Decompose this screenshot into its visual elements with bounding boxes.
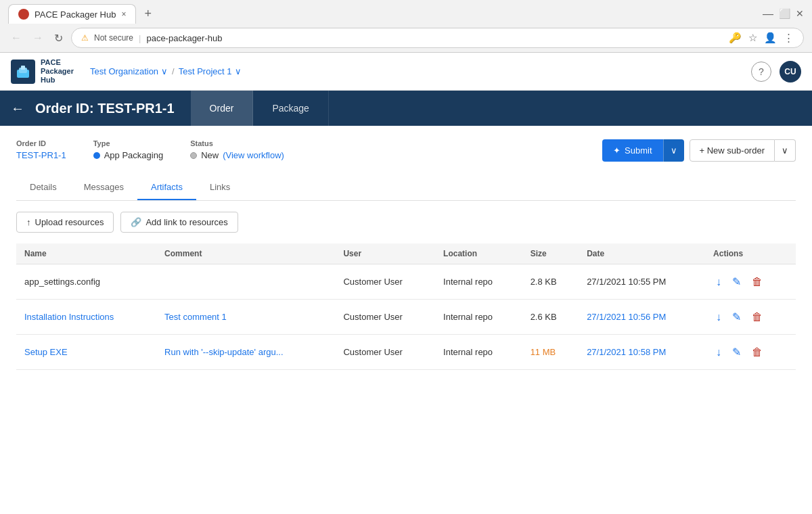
size-0: 2.8 KB (531, 277, 557, 287)
tab-package-label: Package (272, 103, 309, 114)
status-label: Status (190, 139, 284, 147)
breadcrumb-org[interactable]: Test Organization ∨ (90, 66, 168, 76)
org-chevron-icon: ∨ (161, 66, 168, 76)
new-tab-button[interactable]: + (139, 4, 157, 24)
tab-links-label: Links (210, 182, 230, 192)
cell-actions: ↓ ✎ 🗑 (705, 264, 796, 300)
cell-user: Customer User (335, 300, 435, 335)
browser-tab[interactable]: PACE Packager Hub × (8, 4, 136, 24)
tab-details-label: Details (30, 182, 57, 192)
table-header-row: Name Comment User Location Size Date Act… (16, 243, 796, 264)
submit-dropdown-button[interactable]: ∨ (663, 139, 684, 162)
order-back-button[interactable]: ← (0, 101, 35, 116)
cell-size: 2.6 KB (522, 300, 579, 335)
status-value: New (201, 150, 219, 160)
view-workflow-link[interactable]: (View workflow) (223, 150, 284, 160)
date-1: 27/1/2021 10:56 PM (587, 312, 666, 322)
size-2: 11 MB (531, 347, 556, 357)
cell-location: Internal repo (435, 264, 522, 300)
file-name-2[interactable]: Setup EXE (24, 347, 68, 357)
meta-order-id: Order ID TEST-PR1-1 (16, 139, 66, 160)
tab-artifacts[interactable]: Artifacts (137, 175, 196, 200)
edit-button-2[interactable]: ✎ (729, 343, 744, 361)
table-row: Setup EXE Run with '--skip-update' argu.… (16, 335, 796, 370)
tab-details[interactable]: Details (16, 175, 70, 200)
cell-user: Customer User (335, 335, 435, 370)
link-icon: 🔗 (131, 217, 141, 227)
content-tabs: Details Messages Artifacts Links (16, 175, 796, 201)
delete-button-0[interactable]: 🗑 (749, 273, 765, 291)
new-suborder-dropdown-button[interactable]: ∨ (775, 139, 796, 162)
help-button[interactable]: ? (751, 62, 771, 82)
minimize-button[interactable]: — (763, 8, 773, 20)
address-bar: ⚠ Not secure | pace-packager-hub 🔑 ☆ 👤 ⋮ (71, 28, 804, 48)
type-dot-icon (93, 152, 100, 159)
status-indicator: New (View workflow) (190, 150, 284, 160)
menu-icon[interactable]: ⋮ (784, 32, 794, 44)
logo-icon (11, 60, 35, 84)
cell-name: app_settings.config (16, 264, 156, 300)
tab-close-icon[interactable]: × (121, 9, 126, 19)
tab-package[interactable]: Package (253, 91, 328, 126)
cell-name[interactable]: Setup EXE (16, 335, 156, 370)
download-button-1[interactable]: ↓ (713, 308, 724, 326)
file-name-1[interactable]: Installation Instructions (24, 312, 114, 322)
tab-messages[interactable]: Messages (70, 175, 137, 200)
edit-button-0[interactable]: ✎ (729, 273, 744, 291)
date-2: 27/1/2021 10:58 PM (587, 347, 666, 357)
user-avatar[interactable]: CU (780, 61, 801, 83)
table-row: Installation Instructions Test comment 1… (16, 300, 796, 335)
order-header-tabs: Order Package (191, 91, 329, 126)
forward-button[interactable]: → (30, 29, 46, 47)
cell-comment: Test comment 1 (156, 300, 335, 335)
col-date: Date (579, 243, 705, 264)
new-suborder-button[interactable]: + New sub-order (690, 139, 775, 162)
close-button[interactable]: ✕ (796, 8, 804, 20)
breadcrumb-project[interactable]: Test Project 1 ∨ (179, 66, 242, 76)
browser-title-bar: PACE Packager Hub × + — ⬜ ✕ (0, 0, 812, 24)
action-icons-2: ↓ ✎ 🗑 (713, 343, 788, 361)
submit-chevron-icon: ∨ (671, 145, 677, 156)
breadcrumb-separator: / (172, 66, 175, 76)
file-name-0: app_settings.config (24, 277, 100, 287)
download-button-2[interactable]: ↓ (713, 344, 724, 361)
cell-comment: Run with '--skip-update' argu... (156, 335, 335, 370)
cell-comment (156, 264, 335, 300)
account-icon[interactable]: 👤 (764, 32, 777, 44)
bookmark-icon[interactable]: ☆ (748, 32, 757, 44)
user-initials: CU (784, 67, 796, 76)
back-arrow-icon: ← (11, 101, 24, 116)
refresh-button[interactable]: ↻ (51, 29, 66, 47)
back-button[interactable]: ← (8, 29, 24, 47)
cell-date: 27/1/2021 10:56 PM (579, 300, 705, 335)
app-header: PACE Packager Hub Test Organization ∨ / … (0, 53, 812, 91)
order-actions: ✦ Submit ∨ + New sub-order ∨ (602, 139, 796, 162)
cell-size: 2.8 KB (522, 264, 579, 300)
delete-button-2[interactable]: 🗑 (749, 344, 765, 361)
edit-button-1[interactable]: ✎ (729, 308, 744, 326)
tab-order[interactable]: Order (191, 91, 254, 126)
table-row: app_settings.config Customer User Intern… (16, 264, 796, 300)
submit-button[interactable]: ✦ Submit (602, 139, 662, 162)
tab-order-label: Order (210, 103, 234, 114)
project-chevron-icon: ∨ (235, 66, 242, 76)
location-2: Internal repo (443, 347, 493, 357)
tab-links[interactable]: Links (196, 175, 244, 200)
col-actions: Actions (705, 243, 796, 264)
new-suborder-label: + New sub-order (700, 145, 765, 156)
upload-icon: ↑ (26, 217, 31, 227)
add-link-button[interactable]: 🔗 Add link to resources (120, 212, 238, 233)
org-name: Test Organization (90, 66, 158, 76)
key-icon[interactable]: 🔑 (729, 32, 742, 44)
tab-messages-label: Messages (84, 182, 124, 192)
maximize-button[interactable]: ⬜ (779, 8, 790, 20)
cell-size: 11 MB (522, 335, 579, 370)
add-link-label: Add link to resources (145, 217, 227, 227)
date-0: 27/1/2021 10:55 PM (587, 277, 666, 287)
cell-name[interactable]: Installation Instructions (16, 300, 156, 335)
address-text[interactable]: pace-packager-hub (146, 33, 723, 43)
delete-button-1[interactable]: 🗑 (749, 308, 765, 326)
download-button-0[interactable]: ↓ (713, 273, 724, 291)
new-suborder-btn-group: + New sub-order ∨ (690, 139, 796, 162)
upload-resources-button[interactable]: ↑ Upload resources (16, 212, 114, 233)
